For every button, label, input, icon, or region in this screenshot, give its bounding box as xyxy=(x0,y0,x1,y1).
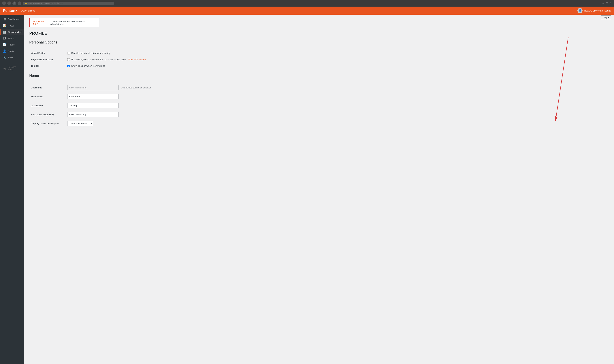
visual-editor-label: Visual Editor xyxy=(29,50,66,56)
url-bar[interactable]: 🔒 opps.pentonweb.com/wp-admin/profile.ph… xyxy=(23,2,114,5)
toolbar-checkbox-label[interactable]: Show Toolbar when viewing site xyxy=(67,65,607,67)
posts-icon: 📝 xyxy=(3,24,6,27)
name-section: Name Username xyxy=(29,73,609,128)
sidebar-item-label: Profile xyxy=(8,50,15,52)
logo-dot xyxy=(16,10,17,11)
shield-icon: 🛡 xyxy=(605,2,608,5)
opportunities-icon: 🏢 xyxy=(3,30,6,34)
sidebar-item-label: Tools xyxy=(8,56,13,59)
toolbar-checkbox[interactable] xyxy=(67,65,70,67)
star-icon: ☆ xyxy=(609,2,612,5)
sidebar-item-label: Posts xyxy=(8,24,14,27)
media-icon: 🖼 xyxy=(3,37,6,40)
logo: Penton xyxy=(3,9,17,13)
sidebar-item-media[interactable]: 🖼 Media xyxy=(0,35,24,41)
last-name-input[interactable] xyxy=(67,103,119,108)
personal-options-section: Personal Options Visual Editor Disable t… xyxy=(29,40,609,69)
dashboard-icon: ⊞ xyxy=(3,18,6,21)
tools-icon: 🔧 xyxy=(3,56,6,59)
personal-options-title: Personal Options xyxy=(29,40,609,46)
pages-icon: 📄 xyxy=(3,43,6,46)
keyboard-shortcuts-checkbox[interactable] xyxy=(67,58,70,61)
sidebar: ⊞ Dashboard 📝 Posts 🏢 Opportunities 🖼 Me… xyxy=(0,15,24,364)
sidebar-item-pages[interactable]: 📄 Pages xyxy=(0,41,24,48)
keyboard-shortcuts-row: Keyboard Shortcuts Enable keyboard short… xyxy=(29,56,609,63)
user-info: 👤 Howdy, CPiersma Testing xyxy=(577,8,611,13)
sidebar-item-opportunities[interactable]: 🏢 Opportunities xyxy=(0,29,24,35)
logo-text: Penton xyxy=(3,9,15,13)
visual-editor-checkbox[interactable] xyxy=(67,52,70,54)
help-button[interactable]: Help ▾ xyxy=(601,15,611,19)
admin-bar-right: 👤 Howdy, CPiersma Testing xyxy=(577,8,611,13)
sidebar-item-tools[interactable]: 🔧 Tools xyxy=(0,54,24,61)
extensions-icon: ⋯ xyxy=(601,2,604,5)
browser-right-icons: ⋯ 🛡 ☆ xyxy=(601,2,612,5)
keyboard-shortcuts-label: Keyboard Shortcuts xyxy=(29,56,66,63)
sidebar-item-label: Media xyxy=(8,37,14,40)
first-name-row: First Name xyxy=(29,92,609,101)
toolbar-row: Toolbar Show Toolbar when viewing site xyxy=(29,63,609,69)
collapse-label: Collapse menu xyxy=(8,66,22,71)
wp-admin-bar: Penton Opportunities 👤 Howdy, CPiersma T… xyxy=(0,7,614,15)
nickname-input[interactable] xyxy=(67,112,119,117)
howdy-text: Howdy, CPiersma Testing xyxy=(584,9,611,12)
username-row: Username Usernames cannot be changed. xyxy=(29,83,609,92)
personal-options-table: Visual Editor Disable the visual editor … xyxy=(29,50,609,69)
username-note: Usernames cannot be changed. xyxy=(121,86,152,89)
display-name-label: Display name publicly as xyxy=(29,119,66,128)
site-name: Opportunities xyxy=(21,9,35,12)
nickname-label: Nickname (required) xyxy=(29,110,66,119)
keyboard-shortcuts-text: Enable keyboard shortcuts for comment mo… xyxy=(71,58,127,61)
sidebar-item-profile[interactable]: 👤 Profile xyxy=(0,48,24,54)
last-name-row: Last Name xyxy=(29,101,609,110)
collapse-menu[interactable]: ◀ Collapse menu xyxy=(0,64,24,72)
profile-icon: 👤 xyxy=(3,49,6,53)
display-name-row: Display name publicly as CPiersma Testin… xyxy=(29,119,609,128)
sidebar-item-label: Pages xyxy=(8,43,15,46)
wp-layout: ⊞ Dashboard 📝 Posts 🏢 Opportunities 🖼 Me… xyxy=(0,15,614,364)
username-label: Username xyxy=(29,83,66,92)
sidebar-item-dashboard[interactable]: ⊞ Dashboard xyxy=(0,16,24,23)
notice-link[interactable]: WordPress 5.3.2 xyxy=(33,20,49,26)
toolbar-label: Toolbar xyxy=(29,63,66,69)
main-content: WordPress 5.3.2 is available! Please not… xyxy=(24,15,614,364)
nickname-row: Nickname (required) xyxy=(29,110,609,119)
collapse-icon: ◀ xyxy=(3,67,6,70)
toolbar-checkbox-text: Show Toolbar when viewing site xyxy=(71,65,105,67)
home-button[interactable]: ⌂ xyxy=(18,1,21,5)
forward-button[interactable]: › xyxy=(7,1,11,5)
sidebar-item-label: Opportunities xyxy=(8,31,22,33)
username-input xyxy=(67,85,119,90)
back-button[interactable]: ‹ xyxy=(2,1,6,5)
more-information-link[interactable]: More information xyxy=(128,58,146,61)
update-notice: WordPress 5.3.2 is available! Please not… xyxy=(29,18,99,27)
first-name-input[interactable] xyxy=(67,94,119,99)
display-name-select[interactable]: CPiersma Testing cpiersmaTesting CPiersm… xyxy=(67,121,93,126)
keyboard-shortcuts-checkbox-label[interactable]: Enable keyboard shortcuts for comment mo… xyxy=(67,58,607,61)
last-name-label: Last Name xyxy=(29,101,66,110)
visual-editor-row: Visual Editor Disable the visual editor … xyxy=(29,50,609,56)
url-text: opps.pentonweb.com/wp-admin/profile.php xyxy=(28,2,63,4)
name-section-title: Name xyxy=(29,73,609,79)
refresh-button[interactable]: ↺ xyxy=(13,1,16,5)
page-title: PROFILE xyxy=(29,31,609,36)
avatar: 👤 xyxy=(577,8,583,13)
visual-editor-checkbox-text: Disable the visual editor when writing xyxy=(71,52,110,54)
first-name-label: First Name xyxy=(29,92,66,101)
notice-message: is available! Please notify the site adm… xyxy=(50,20,96,26)
browser-bar: ‹ › ↺ ⌂ 🔒 opps.pentonweb.com/wp-admin/pr… xyxy=(0,0,614,7)
visual-editor-checkbox-label[interactable]: Disable the visual editor when writing xyxy=(67,52,607,54)
name-table: Username Usernames cannot be changed. Fi… xyxy=(29,83,609,128)
sidebar-item-posts[interactable]: 📝 Posts xyxy=(0,23,24,29)
sidebar-item-label: Dashboard xyxy=(8,18,20,21)
